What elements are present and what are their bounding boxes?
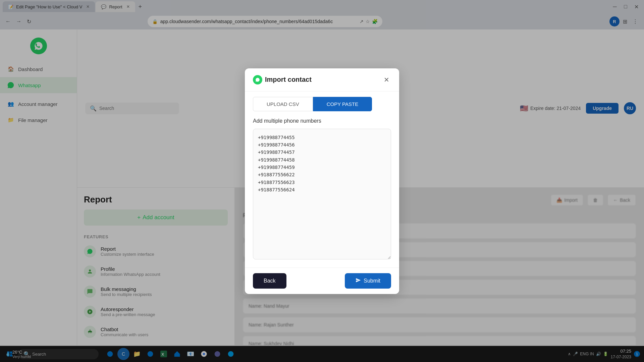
modal-footer: Back Submit [245,267,399,294]
modal-subtitle: Add multiple phone numbers [253,118,391,124]
submit-label: Submit [364,278,380,284]
submit-icon [356,278,361,284]
copy-paste-tab[interactable]: COPY PASTE [313,97,372,111]
modal-header: Import contact ✕ [245,68,399,92]
modal-body: Add multiple phone numbers [245,111,399,267]
modal-back-button[interactable]: Back [253,273,286,289]
modal-overlay[interactable]: Import contact ✕ UPLOAD CSV COPY PASTE A… [0,0,644,362]
upload-csv-tab[interactable]: UPLOAD CSV [253,97,313,111]
modal-title-icon [253,75,262,84]
modal-title-area: Import contact [253,75,312,84]
submit-button[interactable]: Submit [345,273,391,289]
modal-close-button[interactable]: ✕ [382,75,391,84]
modal-title-text: Import contact [265,76,312,83]
phone-numbers-textarea[interactable] [253,129,391,259]
import-contact-modal: Import contact ✕ UPLOAD CSV COPY PASTE A… [245,68,399,294]
modal-tabs: UPLOAD CSV COPY PASTE [245,92,399,111]
